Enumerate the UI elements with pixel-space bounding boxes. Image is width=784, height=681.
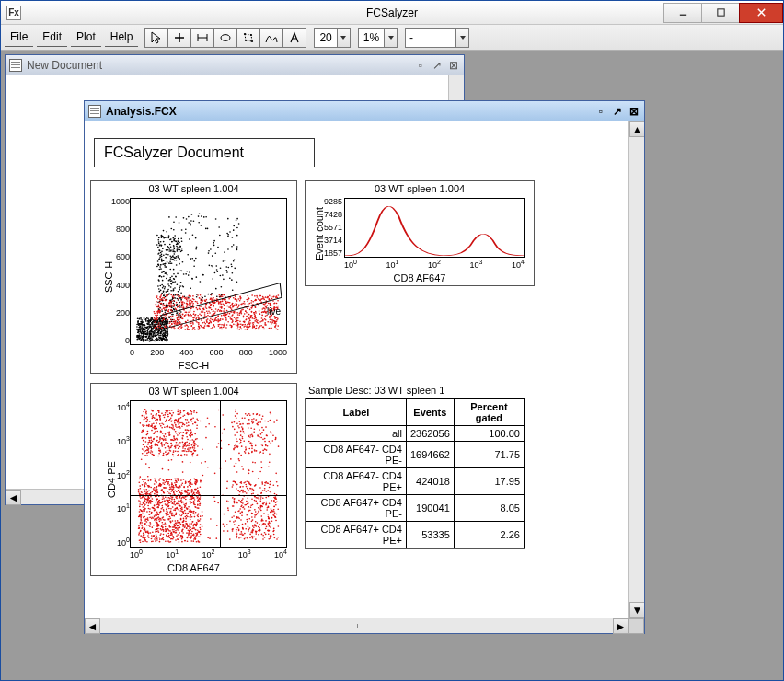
child-maximize-icon[interactable]: ↗ [431,59,444,72]
svg-point-2437 [159,521,161,523]
plot-cd4-cd8[interactable]: 03 WT spleen 1.004 CD4 PE CD8 AF647 1041… [90,383,297,576]
svg-point-1994 [183,479,185,480]
tool-range-gate-button[interactable] [190,28,214,48]
svg-point-2447 [191,521,193,523]
table-row[interactable]: CD8 AF647- CD4 PE-169466271.75 [306,442,525,468]
svg-point-763 [177,273,179,275]
svg-point-1451 [228,298,230,300]
menu-edit[interactable]: Edit [37,28,67,47]
svg-point-2860 [170,417,172,419]
tool-ellipse-gate-button[interactable] [213,28,237,48]
scrollbar-vertical[interactable]: ▲ ▼ [628,121,644,618]
svg-point-1419 [194,315,196,317]
svg-point-3772 [171,410,173,411]
tool-add-plot-button[interactable] [167,28,191,48]
stats-table-panel[interactable]: Label Events Percent gated all2362056100… [305,398,525,549]
svg-point-506 [157,339,159,340]
svg-point-1802 [207,294,209,295]
svg-point-3793 [251,498,253,500]
window-analysis-title: Analysis.FCX [106,105,177,118]
svg-point-2726 [161,538,163,540]
menu-plot[interactable]: Plot [71,28,101,47]
scroll-down-icon[interactable]: ▼ [629,602,644,618]
svg-point-3761 [228,444,230,446]
scroll-right-icon[interactable]: ► [613,618,628,634]
document-title-box[interactable]: FCSalyzer Document [94,138,315,167]
svg-point-2646 [169,516,171,518]
percent-dropdown-icon[interactable] [384,29,397,47]
svg-point-2883 [145,418,147,420]
scroll-sizegrip[interactable] [628,618,644,634]
svg-point-3749 [174,520,176,522]
tool-polygon-gate-button[interactable] [236,28,260,48]
svg-point-1515 [167,296,168,298]
tool-histogram-button[interactable] [259,28,283,48]
svg-point-282 [147,329,149,331]
svg-point-3699 [278,525,280,527]
menu-help[interactable]: Help [105,28,139,47]
percent-field[interactable]: 1% [358,28,398,48]
svg-point-1799 [200,281,202,283]
plot-histogram[interactable]: 03 WT spleen 1.004 Event count CD8 AF647… [305,180,535,286]
svg-point-2162 [200,534,202,536]
analysis-canvas[interactable]: FCSalyzer Document 03 WT spleen 1.004 SS… [85,121,628,618]
compensation-dropdown-icon[interactable] [455,29,468,47]
window-new-document-titlebar[interactable]: New Document ▫ ↗ ⊠ [6,55,464,75]
svg-point-1362 [263,297,265,299]
svg-point-3158 [161,442,163,444]
font-size-dropdown-icon[interactable] [337,29,350,47]
svg-point-2402 [197,504,199,506]
window-minimize-button[interactable] [663,3,702,23]
svg-point-1176 [163,317,165,318]
child-iconify-icon[interactable]: ▫ [594,105,607,118]
svg-point-2480 [188,506,190,508]
svg-point-841 [251,317,253,319]
menu-file[interactable]: File [5,28,33,47]
child-iconify-icon[interactable]: ▫ [414,59,427,72]
plot-fsc-ssc[interactable]: 03 WT spleen 1.004 SSC-H FSC-H 100080060… [90,180,297,374]
svg-point-1558 [252,327,254,329]
svg-point-3829 [235,444,236,445]
svg-point-938 [176,314,178,316]
svg-point-2702 [151,538,153,540]
table-row[interactable]: CD8 AF647+ CD4 PE+533352.26 [306,522,525,548]
svg-point-998 [182,318,184,320]
svg-point-2601 [150,492,152,494]
svg-point-3068 [186,422,188,424]
svg-point-2684 [195,525,197,527]
table-row[interactable]: CD8 AF647- CD4 PE+42401817.95 [306,468,525,495]
window-close-button[interactable] [739,3,783,23]
table-row[interactable]: all2362056100.00 [306,426,525,442]
svg-point-3154 [156,436,158,438]
quadrant-line-vertical[interactable] [220,400,221,548]
svg-point-2436 [170,511,172,513]
tool-pointer-button[interactable] [144,28,168,48]
font-size-field[interactable]: 20 [314,28,350,48]
scroll-left-icon[interactable]: ◄ [85,618,100,634]
svg-point-1863 [219,235,221,237]
scroll-up-icon[interactable]: ▲ [629,121,644,137]
svg-point-3045 [170,444,172,445]
child-close-icon[interactable]: ⊠ [447,59,460,72]
child-maximize-icon[interactable]: ↗ [611,105,624,118]
svg-point-924 [202,322,204,324]
quadrant-line-horizontal[interactable] [130,495,287,496]
child-close-icon[interactable]: ⊠ [628,105,640,118]
svg-point-2819 [179,433,180,435]
svg-point-3029 [191,439,193,441]
svg-point-685 [158,237,160,239]
svg-point-2479 [170,479,172,481]
window-maximize-button[interactable] [701,3,740,23]
window-analysis-titlebar[interactable]: Analysis.FCX ▫ ↗ ⊠ [85,101,644,121]
tool-text-button[interactable] [282,28,306,48]
svg-point-3107 [171,427,173,429]
svg-point-2827 [175,425,177,427]
scrollbar-horizontal[interactable]: ◄ ► [85,618,644,633]
svg-point-1459 [190,323,191,325]
compensation-field[interactable]: - [405,28,469,48]
table-row[interactable]: CD8 AF647+ CD4 PE-1900418.05 [306,495,525,522]
window-analysis[interactable]: Analysis.FCX ▫ ↗ ⊠ FCSalyzer Document 03… [84,100,645,634]
svg-point-1499 [262,327,264,329]
scroll-left-icon[interactable]: ◄ [6,490,21,505]
svg-point-3105 [190,429,192,431]
